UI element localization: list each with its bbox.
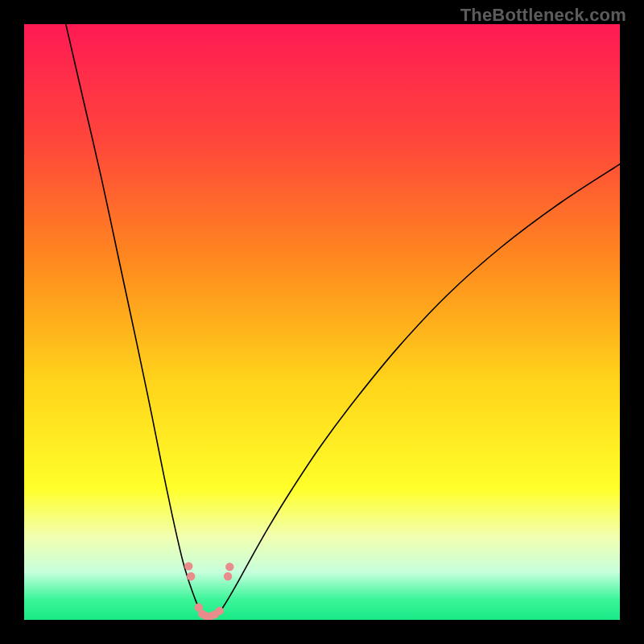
data-marker	[216, 607, 224, 615]
watermark-text: TheBottleneck.com	[460, 5, 626, 26]
chart-frame	[24, 24, 620, 620]
data-marker	[225, 563, 233, 571]
chart-svg	[24, 24, 620, 620]
data-marker	[184, 562, 192, 570]
data-marker	[224, 572, 232, 580]
data-marker	[187, 572, 195, 580]
gradient-background	[24, 24, 620, 620]
